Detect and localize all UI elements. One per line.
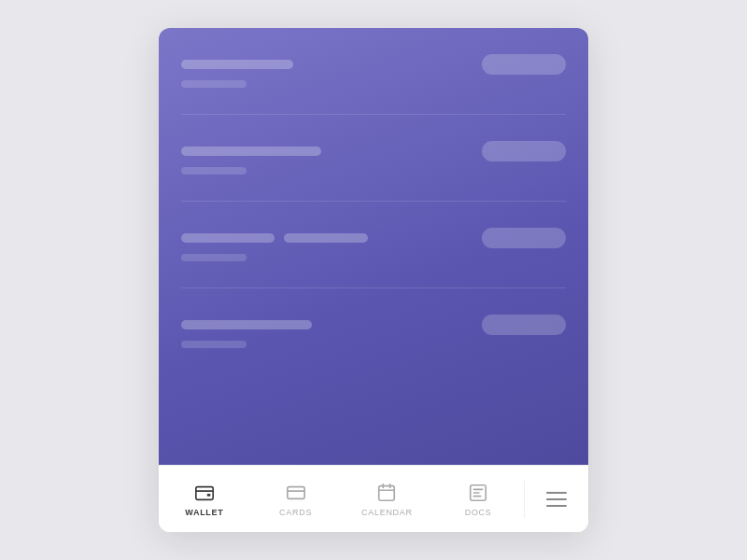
docs-icon (467, 482, 489, 504)
content-row-2 (181, 141, 566, 175)
bottom-nav: WALLET CARDS (159, 465, 588, 532)
menu-line-1 (546, 492, 567, 494)
phone-container: WALLET CARDS (159, 28, 588, 532)
row3-badge (482, 228, 566, 248)
svg-rect-2 (287, 486, 303, 498)
divider-3 (181, 287, 566, 288)
row1-subtitle (181, 80, 247, 88)
svg-rect-0 (196, 486, 213, 499)
nav-item-cards[interactable]: CARDS (250, 466, 342, 532)
svg-rect-3 (379, 485, 395, 500)
divider-2 (181, 201, 566, 202)
nav-item-docs[interactable]: DOCS (432, 466, 524, 532)
menu-button[interactable] (525, 466, 588, 532)
row3-title-b (284, 233, 368, 243)
content-area (159, 28, 588, 465)
menu-line-2 (546, 498, 567, 500)
wallet-label: WALLET (185, 508, 223, 517)
row3-title-a (181, 233, 275, 243)
divider-1 (181, 114, 566, 115)
row2-badge (482, 141, 566, 161)
content-row-1 (181, 54, 566, 88)
cards-icon (285, 482, 307, 504)
wallet-icon (193, 482, 216, 504)
calendar-label: CALENDAR (361, 508, 413, 517)
cards-label: CARDS (279, 508, 312, 517)
content-row-4 (181, 315, 566, 348)
hamburger-icon (546, 492, 567, 507)
row1-badge (482, 54, 566, 75)
content-row-3 (181, 228, 566, 261)
docs-label: DOCS (465, 508, 492, 517)
nav-items: WALLET CARDS (159, 466, 524, 532)
svg-rect-1 (207, 493, 211, 496)
row2-title (181, 147, 321, 156)
nav-item-wallet[interactable]: WALLET (159, 466, 250, 532)
row4-title (181, 320, 312, 329)
row1-title (181, 60, 293, 69)
menu-line-3 (546, 505, 567, 507)
calendar-icon (375, 482, 398, 504)
nav-item-calendar[interactable]: CALENDAR (342, 466, 433, 532)
row3-subtitle (181, 254, 247, 261)
row4-subtitle (181, 341, 247, 348)
row4-badge (482, 315, 566, 335)
row2-subtitle (181, 167, 247, 175)
